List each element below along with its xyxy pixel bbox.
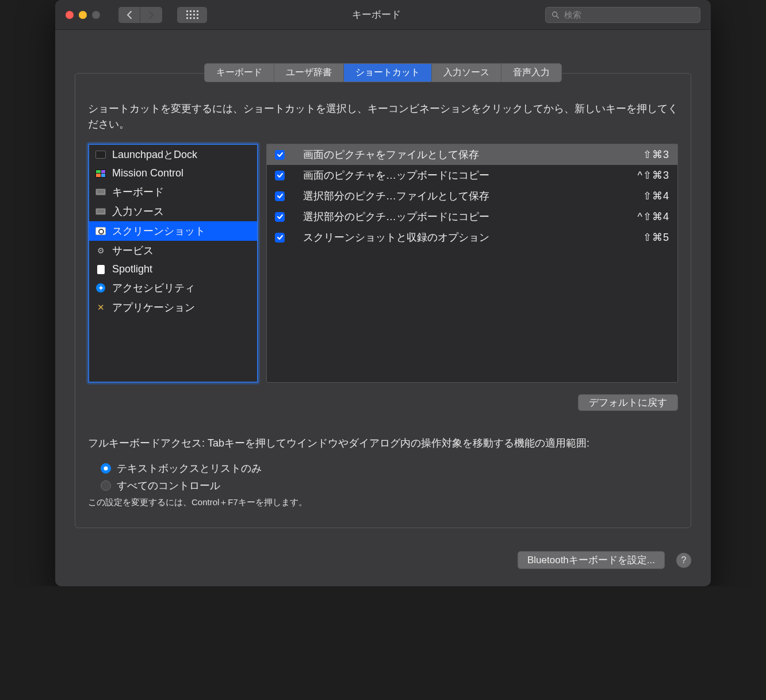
radio-label: すべてのコントロール	[117, 479, 220, 493]
sidebar-item-accessibility[interactable]: ✦ アクセシビリティ	[89, 278, 257, 298]
shortcut-row[interactable]: スクリーンショットと収録のオプション ⇧⌘5	[267, 227, 677, 248]
fka-option-textboxes[interactable]: テキストボックスとリストのみ	[101, 461, 678, 475]
shortcut-checkbox[interactable]	[275, 191, 285, 201]
sidebar-item-label: Mission Control	[112, 167, 183, 179]
titlebar: キーボード	[55, 0, 711, 30]
shortcut-checkbox[interactable]	[275, 233, 285, 243]
shortcut-row[interactable]: 選択部分のピクチ…ップボードにコピー ^⇧⌘4	[267, 206, 677, 227]
sidebar-item-screenshots[interactable]: スクリーンショット	[89, 221, 257, 241]
fka-heading: フルキーボードアクセス: Tabキーを押してウインドウやダイアログ内の操作対象を…	[88, 436, 678, 450]
sidebar-item-label: 入力ソース	[112, 205, 164, 218]
shortcut-row[interactable]: 選択部分のピクチ…ファイルとして保存 ⇧⌘4	[267, 186, 677, 206]
keyboard-icon	[95, 187, 106, 197]
radio-button[interactable]	[101, 480, 111, 491]
sidebar-item-label: サービス	[112, 244, 154, 257]
search-input[interactable]	[563, 9, 694, 20]
shortcut-row[interactable]: 画面のピクチャを…ップボードにコピー ^⇧⌘3	[267, 165, 677, 186]
check-icon	[277, 172, 284, 179]
grid-icon	[186, 10, 198, 19]
search-icon	[551, 11, 560, 19]
search-field[interactable]	[545, 7, 700, 23]
sidebar-item-label: Spotlight	[112, 263, 152, 275]
shortcut-label: 選択部分のピクチ…ップボードにコピー	[293, 210, 630, 224]
sidebar-item-mission-control[interactable]: Mission Control	[89, 164, 257, 182]
sidebar-item-app[interactable]: ✕ アプリケーション	[89, 298, 257, 317]
shortcut-keys[interactable]: ^⇧⌘4	[638, 210, 669, 223]
sidebar-item-launchpad[interactable]: LaunchpadとDock	[89, 145, 257, 164]
sidebar-item-label: アクセシビリティ	[112, 281, 195, 295]
keyboard-icon	[95, 207, 106, 216]
instructions-text: ショートカットを変更するには、ショートカットを選択し、キーコンビネーションをクリ…	[88, 101, 678, 132]
shortcut-row[interactable]: 画面のピクチャをファイルとして保存 ⇧⌘3	[267, 144, 677, 165]
shortcut-keys[interactable]: ^⇧⌘3	[638, 169, 669, 182]
help-icon: ?	[681, 555, 687, 566]
show-all-button[interactable]	[177, 7, 207, 23]
zoom-window-button	[92, 11, 100, 19]
shortcut-keys[interactable]: ⇧⌘5	[643, 231, 669, 244]
shortcut-keys[interactable]: ⇧⌘3	[643, 148, 669, 161]
check-icon	[277, 213, 284, 220]
camera-icon	[95, 226, 106, 236]
radio-button[interactable]	[101, 463, 111, 474]
gear-icon: ⚙︎	[95, 246, 106, 255]
full-keyboard-access-section: フルキーボードアクセス: Tabキーを押してウインドウやダイアログ内の操作対象を…	[88, 436, 678, 508]
svg-line-1	[557, 16, 558, 17]
shortcut-checkbox[interactable]	[275, 171, 285, 180]
window-controls	[66, 11, 100, 19]
shortcut-checkbox[interactable]	[275, 150, 285, 160]
sidebar-item-spotlight[interactable]: Spotlight	[89, 260, 257, 278]
tab-dictation[interactable]: 音声入力	[501, 64, 561, 82]
sidebar-item-label: LaunchpadとDock	[112, 148, 197, 161]
shortcut-label: 画面のピクチャをファイルとして保存	[293, 148, 635, 161]
content-frame: ショートカットを変更するには、ショートカットを選択し、キーコンビネーションをクリ…	[75, 73, 691, 528]
tab-keyboard[interactable]: キーボード	[205, 64, 274, 82]
help-button[interactable]: ?	[676, 553, 691, 568]
check-icon	[277, 151, 284, 158]
shortcut-label: 選択部分のピクチ…ファイルとして保存	[293, 189, 635, 203]
forward-button	[140, 7, 162, 23]
window-title: キーボード	[215, 8, 537, 21]
shortcut-label: スクリーンショットと収録のオプション	[293, 230, 635, 244]
restore-defaults-button[interactable]: デフォルトに戻す	[578, 394, 678, 411]
close-window-button[interactable]	[66, 11, 74, 19]
document-icon	[95, 265, 106, 274]
nav-buttons	[118, 7, 162, 23]
sidebar-item-input-sources[interactable]: 入力ソース	[89, 202, 257, 221]
mission-control-icon	[95, 169, 106, 178]
shortcut-label: 画面のピクチャを…ップボードにコピー	[293, 168, 630, 182]
sidebar-item-label: アプリケーション	[112, 301, 195, 314]
chevron-right-icon	[148, 11, 154, 19]
footer: Bluetoothキーボードを設定... ?	[55, 528, 711, 586]
fka-option-all-controls[interactable]: すべてのコントロール	[101, 479, 678, 493]
fka-hint: この設定を変更するには、Control＋F7キーを押します。	[88, 497, 678, 508]
tab-user-dict[interactable]: ユーザ辞書	[274, 64, 344, 82]
sidebar-item-label: スクリーンショット	[112, 224, 205, 238]
minimize-window-button[interactable]	[79, 11, 87, 19]
shortcut-keys[interactable]: ⇧⌘4	[643, 190, 669, 202]
sidebar-item-label: キーボード	[112, 185, 164, 199]
app-icon: ✕	[95, 303, 106, 312]
preferences-window: キーボード キーボード ユーザ辞書 ショートカット 入力ソース 音声入力 ショー…	[55, 0, 711, 586]
accessibility-icon: ✦	[95, 283, 106, 293]
bluetooth-keyboard-button[interactable]: Bluetoothキーボードを設定...	[518, 551, 665, 569]
check-icon	[277, 193, 284, 199]
category-sidebar[interactable]: LaunchpadとDock Mission Control キーボード 入力ソ…	[88, 144, 258, 383]
back-button[interactable]	[118, 7, 140, 23]
sidebar-item-keyboard[interactable]: キーボード	[89, 182, 257, 202]
shortcut-checkbox[interactable]	[275, 212, 285, 222]
tab-bar: キーボード ユーザ辞書 ショートカット 入力ソース 音声入力	[204, 63, 562, 82]
radio-label: テキストボックスとリストのみ	[117, 461, 262, 475]
shortcut-list[interactable]: 画面のピクチャをファイルとして保存 ⇧⌘3 画面のピクチャを…ップボードにコピー…	[266, 144, 678, 383]
sidebar-item-services[interactable]: ⚙︎ サービス	[89, 241, 257, 260]
tab-shortcuts[interactable]: ショートカット	[344, 64, 432, 82]
launchpad-icon	[95, 150, 106, 159]
check-icon	[277, 234, 284, 241]
tab-input-sources[interactable]: 入力ソース	[432, 64, 501, 82]
chevron-left-icon	[127, 11, 132, 19]
